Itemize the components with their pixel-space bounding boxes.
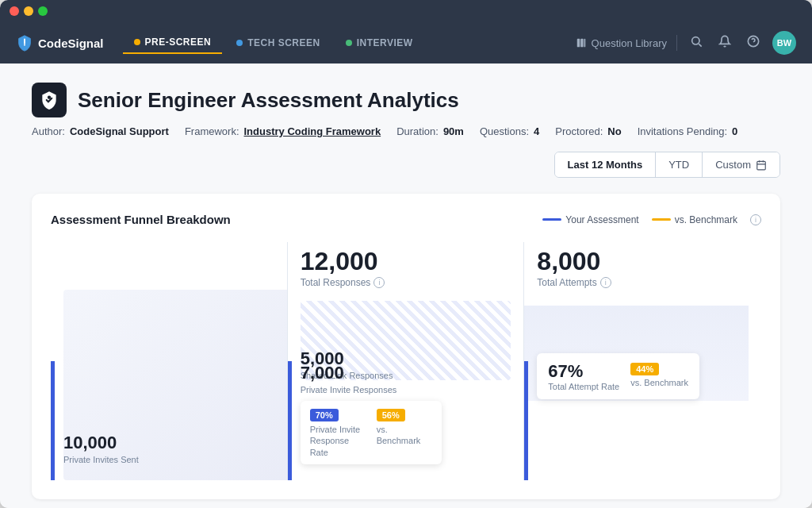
minimize-dot[interactable]: [24, 6, 33, 16]
framework-label: Framework:: [185, 125, 239, 137]
svg-rect-1: [576, 39, 580, 48]
invitations-label: Invitations Pending:: [638, 125, 727, 137]
close-dot[interactable]: [10, 6, 19, 16]
ytd-button[interactable]: YTD: [656, 152, 703, 177]
author-value: CodeSignal Support: [70, 125, 169, 137]
user-avatar[interactable]: BW: [772, 31, 796, 55]
interview-dot: [346, 40, 352, 46]
question-library-link[interactable]: Question Library: [576, 37, 667, 49]
last-12-months-button[interactable]: Last 12 Months: [555, 152, 657, 177]
date-filter-group: Last 12 Months YTD Custom: [554, 152, 780, 178]
funnel-grid: 10,000 Private Invites Sent 12,000 Total…: [51, 242, 761, 480]
legend-line-blue: [542, 218, 561, 221]
total-responses-label: Total Responses i: [301, 277, 511, 288]
nav-pre-screen[interactable]: PRE-SCREEN: [123, 32, 223, 54]
shield-icon: [39, 90, 59, 110]
framework-value[interactable]: Industry Coding Framework: [244, 125, 381, 137]
total-attempts-top: 8,000 Total Attempts i: [537, 242, 749, 294]
app-window: CodeSignal PRE-SCREEN TECH SCREEN INTERV…: [0, 0, 812, 508]
tech-screen-dot: [236, 40, 243, 46]
page-header: Senior Engineer Assessment Analytics: [32, 83, 780, 117]
svg-point-4: [692, 37, 699, 44]
invitations-value: 0: [732, 125, 737, 137]
chart-card: Assessment Funnel Breakdown Your Assessm…: [32, 194, 780, 499]
private-invite-rate-metric: 70% Private Invite Response Rate: [310, 407, 366, 458]
total-responses-area: [63, 242, 274, 261]
svg-rect-9: [757, 161, 766, 170]
funnel-col-1: 10,000 Private Invites Sent: [51, 242, 288, 480]
nav-tech-screen[interactable]: TECH SCREEN: [225, 33, 331, 53]
proctored-value: No: [607, 125, 621, 137]
page-title: Senior Engineer Assessment Analytics: [78, 88, 459, 113]
pre-screen-dot: [134, 39, 140, 45]
svg-point-0: [24, 44, 25, 46]
nav-interview[interactable]: INTERVIEW: [335, 33, 424, 53]
help-icon: [747, 35, 760, 48]
author-label: Author:: [32, 125, 65, 137]
funnel-col-3: 8,000 Total Attempts i: [524, 242, 761, 480]
legend-info-icon[interactable]: i: [750, 214, 761, 225]
chart-title: Assessment Funnel Breakdown: [51, 213, 231, 226]
attempt-rate-benchmark-label: vs. Benchmark: [630, 378, 688, 387]
navbar: CodeSignal PRE-SCREEN TECH SCREEN INTERV…: [0, 22, 812, 64]
total-responses-info[interactable]: i: [373, 277, 385, 288]
private-invite-rate-label: Private Invite Response Rate: [310, 424, 366, 458]
search-button[interactable]: [687, 32, 706, 54]
private-invite-rate-box: 70% Private Invite Response Rate 56% vs.…: [301, 401, 442, 464]
logo-icon: [16, 34, 33, 52]
notifications-button[interactable]: [715, 32, 734, 54]
private-invite-benchmark-metric: 56% vs. Benchmark: [377, 407, 432, 447]
legend-line-yellow: [652, 218, 671, 221]
attempt-rate-label: Total Attempt Rate: [548, 382, 619, 391]
assessment-badge: [32, 83, 67, 117]
funnel-col-2: 12,000 Total Responses i 5,000 Shared Li…: [288, 242, 525, 480]
attempt-rate-inner: 67% Total Attempt Rate 44% vs. Benchmark: [537, 353, 699, 399]
attempt-rate-value: 67%: [548, 361, 619, 382]
private-invite-benchmark-badge: 56%: [377, 409, 405, 421]
attempt-rate-box: 67% Total Attempt Rate 44% vs. Benchmark: [537, 353, 699, 399]
questions-value: 4: [534, 125, 539, 137]
legend-benchmark: vs. Benchmark: [652, 214, 737, 225]
duration-label: Duration:: [396, 125, 439, 137]
private-invite-benchmark-label: vs. Benchmark: [377, 424, 432, 447]
bell-icon: [718, 35, 731, 48]
chart-header: Assessment Funnel Breakdown Your Assessm…: [51, 213, 761, 226]
main-content: Senior Engineer Assessment Analytics Aut…: [0, 64, 812, 508]
nav-right: Question Library BW: [576, 31, 796, 55]
calendar-icon: [756, 160, 767, 171]
private-invite-responses-area: 7,000 Private Invite Responses 70% Priva…: [301, 363, 442, 464]
svg-rect-3: [584, 39, 585, 48]
titlebar: [0, 0, 812, 22]
date-filter: Last 12 Months YTD Custom: [32, 152, 780, 178]
nav-items: PRE-SCREEN TECH SCREEN INTERVIEW: [123, 32, 576, 54]
total-attempts-info[interactable]: i: [600, 277, 611, 288]
maximize-dot[interactable]: [38, 6, 48, 16]
questions-label: Questions:: [480, 125, 529, 137]
blue-bar-col3: [524, 361, 528, 480]
attempt-rate-benchmark-badge: 44%: [630, 363, 659, 375]
svg-point-8: [48, 96, 51, 99]
blue-bar-col1: [51, 361, 55, 480]
private-invites-metric: 10,000 Private Invites Sent: [63, 433, 139, 464]
svg-line-5: [699, 44, 701, 46]
attempt-rate-benchmark: 44% vs. Benchmark: [630, 361, 688, 387]
legend-your-assessment: Your Assessment: [542, 214, 638, 225]
private-invite-rate-badge: 70%: [310, 409, 339, 421]
attempt-rate-metric: 67% Total Attempt Rate: [548, 361, 619, 391]
logo[interactable]: CodeSignal: [16, 34, 104, 52]
total-responses-top: 12,000 Total Responses i: [301, 242, 511, 294]
proctored-label: Proctored:: [555, 125, 603, 137]
duration-value: 90m: [443, 125, 464, 137]
library-icon: [576, 37, 587, 48]
custom-button[interactable]: Custom: [703, 152, 779, 177]
meta-row: Author: CodeSignal Support Framework: In…: [32, 125, 780, 137]
total-attempts-label: Total Attempts i: [537, 277, 749, 288]
nav-divider: [676, 35, 677, 51]
svg-rect-2: [580, 39, 584, 48]
search-icon: [690, 35, 703, 48]
blue-bar-col2: [288, 361, 292, 480]
help-button[interactable]: [744, 32, 763, 54]
chart-legend: Your Assessment vs. Benchmark i: [542, 214, 761, 225]
